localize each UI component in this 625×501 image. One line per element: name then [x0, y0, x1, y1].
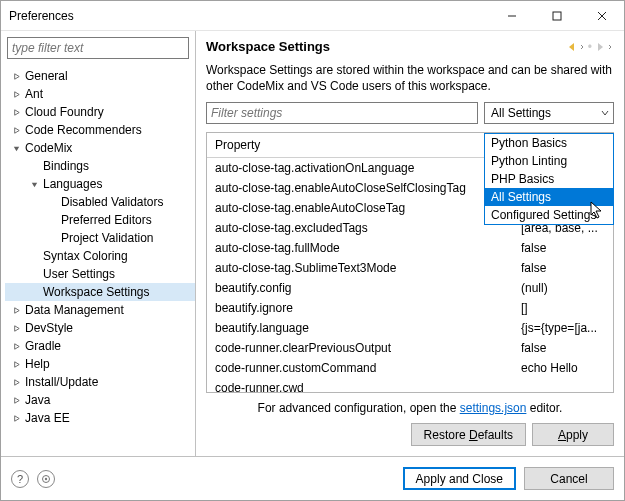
- tree-item-label: DevStyle: [23, 321, 73, 335]
- dropdown-item[interactable]: Python Linting: [485, 152, 613, 170]
- dropdown-item[interactable]: PHP Basics: [485, 170, 613, 188]
- chevron-down-icon: [601, 106, 609, 120]
- tree-item-label: Project Validation: [59, 231, 154, 245]
- dropdown-item[interactable]: All Settings: [485, 188, 613, 206]
- tree-item-label: Workspace Settings: [41, 285, 150, 299]
- tree-expand-icon: [45, 195, 59, 209]
- tree-item-label: CodeMix: [23, 141, 72, 155]
- tree-item-label: Gradle: [23, 339, 61, 353]
- restore-defaults-button[interactable]: Restore Defaults: [411, 423, 526, 446]
- cell-value: []: [513, 300, 613, 316]
- tree-item[interactable]: Languages: [5, 175, 195, 193]
- table-row[interactable]: code-runner.customCommandecho Hello: [207, 358, 613, 378]
- tree-item[interactable]: User Settings: [5, 265, 195, 283]
- tree-expand-icon: [27, 267, 41, 281]
- tree-item[interactable]: Gradle: [5, 337, 195, 355]
- table-row[interactable]: code-runner.cwd: [207, 378, 613, 392]
- tree-item[interactable]: Workspace Settings: [5, 283, 195, 301]
- nav-forward-button[interactable]: [594, 41, 614, 53]
- tree-item-label: Java: [23, 393, 50, 407]
- table-row[interactable]: beautify.ignore[]: [207, 298, 613, 318]
- tree-item[interactable]: CodeMix: [5, 139, 195, 157]
- tree-item[interactable]: Help: [5, 355, 195, 373]
- table-row[interactable]: code-runner.clearPreviousOutputfalse: [207, 338, 613, 358]
- tree-expand-icon[interactable]: [9, 303, 23, 317]
- apply-and-close-button[interactable]: Apply and Close: [403, 467, 516, 490]
- scope-dropdown[interactable]: Python BasicsPython LintingPHP BasicsAll…: [484, 133, 614, 225]
- cell-value: echo Hello: [513, 360, 613, 376]
- preferences-window: Preferences GeneralAntCloud FoundryCode …: [0, 0, 625, 501]
- tree-item-label: Syntax Coloring: [41, 249, 128, 263]
- maximize-button[interactable]: [534, 1, 579, 30]
- cell-value: false: [513, 340, 613, 356]
- tree-collapse-icon[interactable]: [9, 141, 23, 155]
- tree-item[interactable]: Ant: [5, 85, 195, 103]
- page-title: Workspace Settings: [206, 39, 566, 54]
- settings-json-link[interactable]: settings.json: [460, 401, 527, 415]
- import-export-icon[interactable]: [37, 470, 55, 488]
- tree-expand-icon[interactable]: [9, 105, 23, 119]
- cell-property: code-runner.customCommand: [207, 360, 513, 376]
- cell-property: beautify.language: [207, 320, 513, 336]
- tree-expand-icon[interactable]: [9, 321, 23, 335]
- cell-property: auto-close-tag.excludedTags: [207, 220, 513, 236]
- cancel-button[interactable]: Cancel: [524, 467, 614, 490]
- column-property[interactable]: Property: [207, 133, 497, 157]
- page-description: Workspace Settings are stored within the…: [206, 62, 614, 94]
- tree-item[interactable]: Disabled Validators: [5, 193, 195, 211]
- cell-property: auto-close-tag.SublimeText3Mode: [207, 260, 513, 276]
- tree-item[interactable]: Cloud Foundry: [5, 103, 195, 121]
- cell-property: auto-close-tag.fullMode: [207, 240, 513, 256]
- help-icon[interactable]: ?: [11, 470, 29, 488]
- tree-item[interactable]: Syntax Coloring: [5, 247, 195, 265]
- table-row[interactable]: auto-close-tag.fullModefalse: [207, 238, 613, 258]
- tree-expand-icon: [45, 231, 59, 245]
- tree-item-label: Cloud Foundry: [23, 105, 104, 119]
- tree-expand-icon[interactable]: [9, 87, 23, 101]
- tree-item[interactable]: Project Validation: [5, 229, 195, 247]
- filter-settings-input[interactable]: [206, 102, 478, 124]
- main-header: Workspace Settings •: [206, 39, 614, 54]
- table-row[interactable]: beautify.language{js={type=[ja...: [207, 318, 613, 338]
- close-button[interactable]: [579, 1, 624, 30]
- tree-item-label: Preferred Editors: [59, 213, 152, 227]
- tree-expand-icon[interactable]: [9, 393, 23, 407]
- cell-property: auto-close-tag.activationOnLanguage: [207, 160, 513, 176]
- tree-item[interactable]: Preferred Editors: [5, 211, 195, 229]
- nav-arrows: •: [566, 40, 614, 54]
- tree-item[interactable]: Code Recommenders: [5, 121, 195, 139]
- nav-back-button[interactable]: [566, 41, 586, 53]
- tree-expand-icon[interactable]: [9, 357, 23, 371]
- tree-item-label: Data Management: [23, 303, 124, 317]
- tree-item[interactable]: Data Management: [5, 301, 195, 319]
- tree-item[interactable]: Java: [5, 391, 195, 409]
- tree-item-label: General: [23, 69, 68, 83]
- tree-collapse-icon[interactable]: [27, 177, 41, 191]
- tree-expand-icon[interactable]: [9, 411, 23, 425]
- apply-button[interactable]: Apply: [532, 423, 614, 446]
- cell-property: beautify.config: [207, 280, 513, 296]
- tree-item[interactable]: DevStyle: [5, 319, 195, 337]
- tree-item-label: Java EE: [23, 411, 70, 425]
- tree-item[interactable]: Java EE: [5, 409, 195, 427]
- svg-point-5: [45, 477, 47, 479]
- window-title: Preferences: [9, 9, 489, 23]
- scope-select[interactable]: All Settings: [484, 102, 614, 124]
- cell-property: code-runner.cwd: [207, 380, 513, 392]
- dropdown-item[interactable]: Python Basics: [485, 134, 613, 152]
- table-row[interactable]: auto-close-tag.SublimeText3Modefalse: [207, 258, 613, 278]
- tree-expand-icon[interactable]: [9, 339, 23, 353]
- page-buttons: Restore Defaults Apply: [206, 421, 614, 452]
- filter-tree-input[interactable]: [7, 37, 189, 59]
- tree-expand-icon[interactable]: [9, 69, 23, 83]
- tree-expand-icon[interactable]: [9, 375, 23, 389]
- minimize-button[interactable]: [489, 1, 534, 30]
- tree-expand-icon[interactable]: [9, 123, 23, 137]
- dropdown-item[interactable]: Configured Settings: [485, 206, 613, 224]
- tree-item[interactable]: General: [5, 67, 195, 85]
- table-row[interactable]: beautify.config(null): [207, 278, 613, 298]
- tree-item[interactable]: Install/Update: [5, 373, 195, 391]
- tree-item[interactable]: Bindings: [5, 157, 195, 175]
- tree-item-label: Ant: [23, 87, 43, 101]
- preferences-tree[interactable]: GeneralAntCloud FoundryCode Recommenders…: [1, 65, 195, 456]
